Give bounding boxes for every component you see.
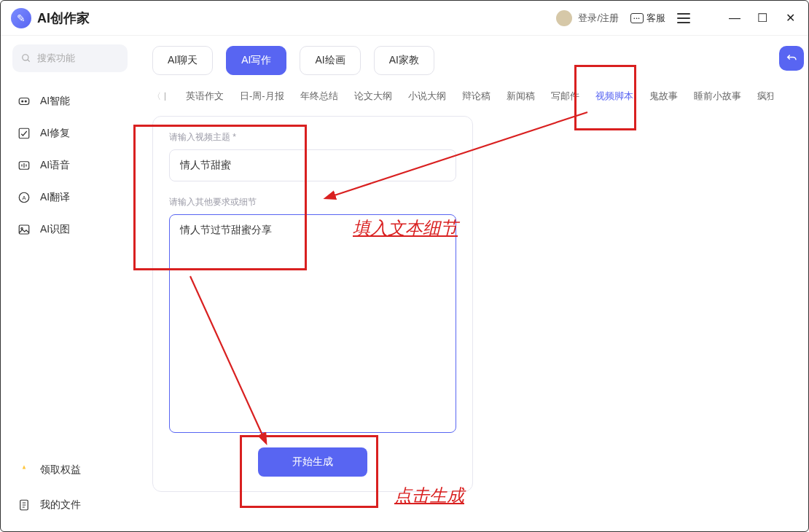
sidebar-item-label: AI翻译 xyxy=(40,191,70,204)
sidebar-item-ai-translate[interactable]: A AI翻译 xyxy=(12,181,128,214)
subtab-novel-outline[interactable]: 小说大纲 xyxy=(408,85,446,107)
svg-rect-5 xyxy=(19,128,29,138)
chat-icon: ••• xyxy=(630,13,644,23)
tab-ai-draw[interactable]: AI绘画 xyxy=(300,46,360,75)
tab-ai-chat[interactable]: AI聊天 xyxy=(152,46,213,75)
app-title: AI创作家 xyxy=(37,9,90,27)
files-icon xyxy=(17,498,31,512)
sidebar-item-ai-voice[interactable]: AI语音 xyxy=(12,149,128,181)
annotation-arrow-icon xyxy=(303,105,595,236)
search-placeholder: 搜索功能 xyxy=(37,52,75,65)
sidebar-item-label: 领取权益 xyxy=(40,463,81,477)
tab-ai-tutor[interactable]: AI家教 xyxy=(374,46,434,75)
translate-icon: A xyxy=(17,190,31,205)
sidebar-item-label: AI语音 xyxy=(40,159,70,172)
avatar-icon xyxy=(556,10,572,26)
annotation-arrow-icon xyxy=(183,269,343,458)
customer-service-label: 客服 xyxy=(646,12,665,25)
svg-line-13 xyxy=(190,276,263,437)
sidebar-item-rewards[interactable]: 领取权益 xyxy=(12,453,128,488)
voice-icon xyxy=(17,158,31,173)
annotation-click-generate: 点击生成 xyxy=(394,484,464,507)
login-register-link[interactable]: 登录/注册 xyxy=(556,10,619,26)
subtab-debate[interactable]: 辩论稿 xyxy=(462,85,491,107)
scroll-left-button[interactable]: 〈▏ xyxy=(152,90,170,103)
smart-icon xyxy=(17,94,31,109)
titlebar: ✎ AI创作家 登录/注册 ••• 客服 — ☐ ✕ xyxy=(1,1,808,36)
sidebar-item-ai-repair[interactable]: AI修复 xyxy=(12,117,128,149)
search-input[interactable]: 搜索功能 xyxy=(12,44,128,72)
main-content: AI聊天 AI写作 AI绘画 AI家教 〈▏ 英语作文 日-周-月报 年终总结 … xyxy=(139,36,808,531)
subtab-ghost-story[interactable]: 鬼故事 xyxy=(649,85,678,107)
svg-line-12 xyxy=(332,112,587,196)
close-button[interactable]: ✕ xyxy=(782,10,798,26)
scroll-right-button[interactable]: 〉 xyxy=(765,90,773,103)
sidebar: 搜索功能 AI智能 AI修复 AI语音 A AI翻译 AI识图 xyxy=(1,36,139,531)
svg-point-0 xyxy=(23,55,28,60)
repair-icon xyxy=(17,126,31,141)
app-logo-icon: ✎ xyxy=(11,8,31,28)
subtab-bedtime-story[interactable]: 睡前小故事 xyxy=(694,85,741,107)
login-text: 登录/注册 xyxy=(578,12,619,25)
sidebar-item-label: AI识图 xyxy=(40,223,70,236)
category-tabs: 〈▏ 英语作文 日-周-月报 年终总结 论文大纲 小说大纲 辩论稿 新闻稿 写邮… xyxy=(152,85,773,107)
rewards-icon xyxy=(17,463,31,477)
subtab-reports[interactable]: 日-周-月报 xyxy=(240,85,284,107)
sidebar-item-label: 我的文件 xyxy=(40,498,81,512)
sidebar-item-files[interactable]: 我的文件 xyxy=(12,488,128,523)
annotation-box xyxy=(133,125,307,270)
svg-point-3 xyxy=(22,101,23,102)
subtab-thesis-outline[interactable]: 论文大纲 xyxy=(354,85,392,107)
image-icon xyxy=(17,222,31,237)
sidebar-item-label: AI智能 xyxy=(40,95,70,108)
main-tabs: AI聊天 AI写作 AI绘画 AI家教 xyxy=(152,46,795,75)
svg-rect-2 xyxy=(19,98,29,105)
return-icon xyxy=(785,52,798,65)
minimize-button[interactable]: — xyxy=(727,10,743,26)
subtab-english-essay[interactable]: 英语作文 xyxy=(186,85,224,107)
svg-text:A: A xyxy=(22,195,26,201)
customer-service-button[interactable]: ••• 客服 xyxy=(630,12,665,25)
svg-point-4 xyxy=(25,101,26,102)
subtab-year-summary[interactable]: 年终总结 xyxy=(300,85,338,107)
svg-rect-9 xyxy=(19,225,29,234)
menu-button[interactable] xyxy=(677,13,690,23)
sidebar-item-label: AI修复 xyxy=(40,127,70,140)
sidebar-item-ai-image[interactable]: AI识图 xyxy=(12,214,128,246)
svg-line-1 xyxy=(28,60,30,62)
maximize-button[interactable]: ☐ xyxy=(754,10,770,26)
subtab-news[interactable]: 新闻稿 xyxy=(507,85,535,107)
tab-ai-write[interactable]: AI写作 xyxy=(226,46,286,75)
sidebar-item-ai-smart[interactable]: AI智能 xyxy=(12,85,128,117)
return-button[interactable] xyxy=(779,46,804,71)
search-icon xyxy=(21,53,31,63)
